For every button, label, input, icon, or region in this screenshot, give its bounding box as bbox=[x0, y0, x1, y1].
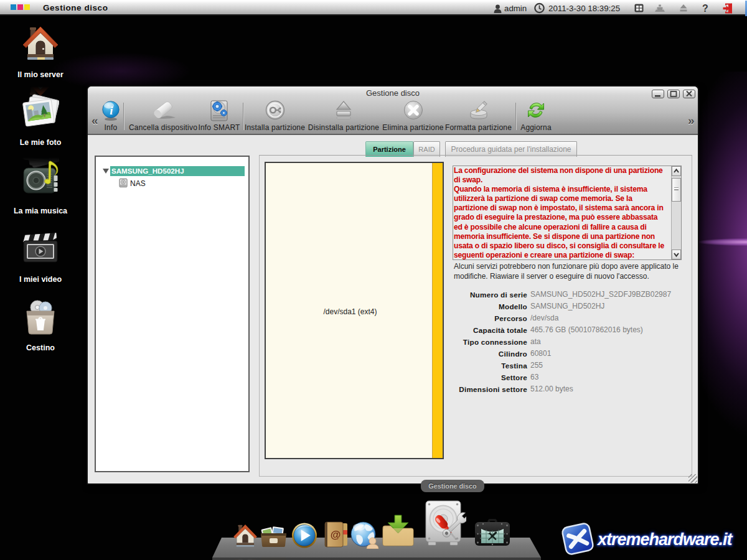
svg-text:i: i bbox=[110, 104, 113, 117]
svg-text:@: @ bbox=[331, 529, 341, 541]
